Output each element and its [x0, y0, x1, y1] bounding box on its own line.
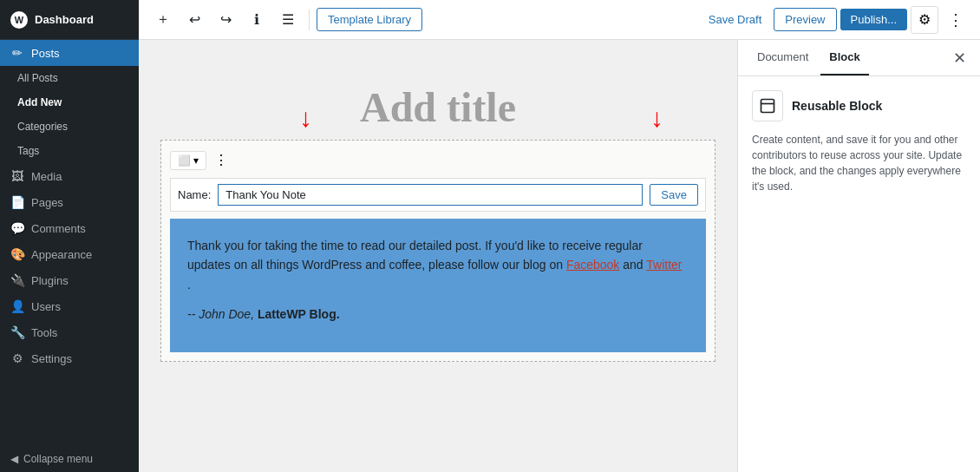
content-block: Thank you for taking the time to read ou… [170, 219, 706, 352]
preview-button[interactable]: Preview [774, 8, 836, 31]
list-view-button[interactable]: ☰ [274, 6, 302, 34]
content-signature-paragraph: -- John Doe, LatteWP Blog. [187, 305, 689, 324]
sidebar-item-categories[interactable]: Categories [0, 115, 139, 139]
plugins-label: Plugins [31, 274, 69, 287]
reusable-block-icon [752, 90, 783, 121]
sidebar-item-media[interactable]: 🖼 Media [0, 163, 139, 189]
block-type-button[interactable]: ⬜ ▾ [170, 151, 206, 170]
sidebar-item-pages[interactable]: 📄 Pages [0, 189, 139, 215]
tags-label: Tags [17, 145, 39, 157]
content-signature: -- John Doe, [187, 307, 258, 321]
posts-icon: ✏ [10, 46, 24, 60]
reusable-block-wrapper: ⬜ ▾ ⋮ Name: Save Thank you fo [160, 140, 715, 362]
collapse-icon: ◀ [10, 453, 18, 465]
block-description: Create content, and save it for you and … [752, 132, 966, 194]
name-input[interactable] [218, 184, 643, 206]
block-type-chevron: ▾ [193, 154, 199, 167]
panel-close-button[interactable]: ✕ [950, 45, 970, 71]
template-library-button[interactable]: Template Library [317, 8, 422, 31]
panel-block-header: Reusable Block [752, 90, 966, 121]
posts-label: Posts [31, 47, 60, 60]
media-label: Media [31, 170, 62, 183]
undo-button[interactable]: ↩ [180, 6, 208, 34]
sidebar-item-users[interactable]: 👤 Users [0, 293, 139, 319]
publish-button[interactable]: Publish... [840, 9, 907, 30]
pages-icon: 📄 [10, 195, 24, 209]
categories-label: Categories [17, 121, 68, 133]
block-toolbar: ⬜ ▾ ⋮ [170, 149, 706, 171]
all-posts-label: All Posts [17, 72, 58, 84]
users-label: Users [31, 300, 61, 313]
sidebar-item-tags[interactable]: Tags [0, 139, 139, 163]
plugins-icon: 🔌 [10, 273, 24, 287]
editor-area: Add title ↓ ↓ ⬜ ▾ ⋮ [139, 40, 980, 472]
content-period-text: . [187, 278, 191, 292]
add-new-label: Add New [17, 96, 62, 108]
post-title-area: Add title [160, 57, 715, 140]
left-arrow: ↓ [299, 105, 312, 131]
tools-label: Tools [31, 326, 57, 339]
pages-label: Pages [31, 196, 63, 209]
appearance-label: Appearance [31, 248, 92, 261]
sidebar: W Dashboard ✏ Posts All Posts Add New Ca… [0, 0, 139, 472]
panel-content: Reusable Block Create content, and save … [738, 76, 980, 472]
svg-rect-0 [761, 100, 774, 113]
sidebar-item-comments[interactable]: 💬 Comments [0, 215, 139, 241]
collapse-menu[interactable]: ◀ Collapse menu [0, 446, 139, 472]
sidebar-item-posts[interactable]: ✏ Posts [0, 40, 139, 66]
twitter-link[interactable]: Twitter [646, 258, 682, 272]
editor-toolbar: ＋ ↩ ↪ ℹ ☰ Template Library Save Draft Pr… [139, 0, 980, 40]
block-type-icon: ⬜ [178, 154, 191, 167]
name-save-button[interactable]: Save [650, 184, 698, 206]
toolbar-separator [309, 10, 310, 30]
sidebar-item-all-posts[interactable]: All Posts [0, 66, 139, 90]
add-block-button[interactable]: ＋ [149, 6, 177, 34]
name-label: Name: [178, 188, 211, 201]
block-name-label: Reusable Block [792, 99, 882, 113]
dashboard-label: Dashboard [35, 13, 94, 26]
sidebar-item-plugins[interactable]: 🔌 Plugins [0, 267, 139, 293]
facebook-link[interactable]: Facebook [566, 258, 619, 272]
right-arrow: ↓ [650, 105, 663, 131]
content-and-text: and [623, 258, 643, 272]
block-container: ↓ ↓ ⬜ ▾ ⋮ Name: Save [160, 140, 715, 362]
canvas-wrapper[interactable]: Add title ↓ ↓ ⬜ ▾ ⋮ [139, 40, 737, 472]
sidebar-item-appearance[interactable]: 🎨 Appearance [0, 241, 139, 267]
name-row: Name: Save [170, 178, 706, 212]
main-area: ＋ ↩ ↪ ℹ ☰ Template Library Save Draft Pr… [139, 0, 980, 472]
sidebar-item-tools[interactable]: 🔧 Tools [0, 319, 139, 345]
dashboard-item[interactable]: W Dashboard [0, 0, 139, 40]
tab-document[interactable]: Document [748, 40, 817, 75]
tools-icon: 🔧 [10, 325, 24, 339]
right-panel: Document Block ✕ Reusable Block Create c… [737, 40, 980, 472]
post-title-placeholder[interactable]: Add title [178, 83, 698, 131]
comments-label: Comments [31, 222, 86, 235]
settings-icon: ⚙ [10, 351, 24, 365]
appearance-icon: 🎨 [10, 247, 24, 261]
content-blog-name: LatteWP Blog. [258, 307, 340, 321]
media-icon: 🖼 [10, 169, 24, 183]
users-icon: 👤 [10, 299, 24, 313]
publish-label: Publish... [851, 13, 897, 26]
info-button[interactable]: ℹ [243, 6, 271, 34]
block-more-button[interactable]: ⋮ [210, 149, 232, 171]
content-paragraph: Thank you for taking the time to read ou… [187, 236, 689, 294]
wp-logo: W [10, 11, 28, 29]
settings-label: Settings [31, 352, 72, 365]
tab-block[interactable]: Block [820, 40, 868, 75]
collapse-label: Collapse menu [23, 453, 93, 465]
sidebar-item-settings[interactable]: ⚙ Settings [0, 345, 139, 371]
more-options-button[interactable]: ⋮ [942, 6, 970, 34]
comments-icon: 💬 [10, 221, 24, 235]
save-draft-button[interactable]: Save Draft [700, 9, 770, 30]
settings-gear-button[interactable]: ⚙ [911, 6, 938, 34]
redo-button[interactable]: ↪ [212, 6, 239, 34]
sidebar-item-add-new[interactable]: Add New [0, 90, 139, 115]
panel-tabs: Document Block ✕ [738, 40, 980, 76]
